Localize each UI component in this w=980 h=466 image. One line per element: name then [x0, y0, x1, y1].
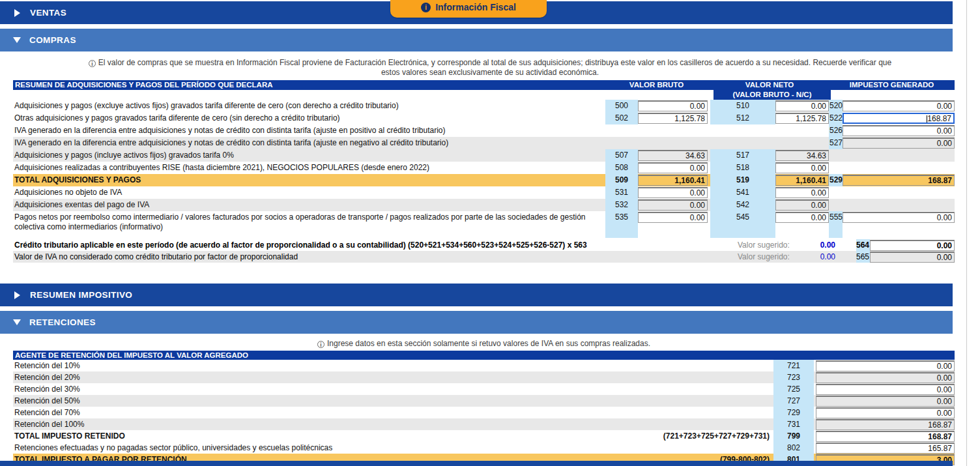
suggested-value-label: Valor sugerido:: [738, 251, 800, 263]
informacion-fiscal-button[interactable]: i Información Fiscal: [390, 0, 547, 18]
iva-declaration-form: i Información Fiscal VENTAS COMPRAS iEl …: [0, 0, 980, 466]
value-input-510[interactable]: 0.00: [775, 100, 829, 111]
value-input-512[interactable]: 1,125.78: [775, 113, 829, 124]
row-desc: TOTAL ADQUISICIONES Y PAGOS: [13, 174, 605, 186]
code-cell-727: 727: [773, 395, 814, 407]
section-header-retenciones[interactable]: RETENCIONES: [0, 311, 953, 334]
value-input-721[interactable]: 0.00: [816, 360, 955, 371]
value-cell: [843, 199, 955, 211]
value-cell: [775, 124, 829, 137]
value-input-545[interactable]: 0.00: [775, 212, 829, 223]
retenciones-table-title: AGENTE DE RETENCIÓN DEL IMPUESTO AL VALO…: [13, 351, 955, 360]
table-row: IVA generado en la diferencia entre adqu…: [13, 124, 955, 137]
value-input-508[interactable]: 0.00: [638, 162, 708, 173]
value-input-555[interactable]: 0.00: [843, 212, 955, 223]
code-cell-725: 725: [773, 383, 814, 395]
value-input-729[interactable]: 0.00: [816, 407, 955, 418]
col-header-impuesto-generado: IMPUESTO GENERADO: [829, 80, 955, 90]
informacion-fiscal-label: Información Fiscal: [435, 2, 516, 12]
value-input-727[interactable]: 0.00: [816, 396, 955, 407]
row-desc: Adquisiciones exentas del pago de IVA: [13, 199, 605, 211]
value-input-518[interactable]: 0.00: [775, 162, 829, 173]
code-cell-512: 512: [710, 112, 775, 124]
value-input-725[interactable]: 0.00: [816, 384, 955, 395]
table-row: Adquisiciones y pagos (excluye activos f…: [13, 100, 955, 112]
value-input-502[interactable]: 1,125.78: [638, 113, 708, 124]
code-cell-565: 565: [856, 251, 870, 263]
compras-table: RESUMEN DE ADQUISICIONES Y PAGOS DEL PER…: [13, 80, 955, 238]
section-header-resumen-impositivo[interactable]: RESUMEN IMPOSITIVO: [0, 284, 953, 306]
col-header-valor-bruto: VALOR BRUTO: [605, 80, 708, 90]
blank-cell: [605, 137, 638, 149]
table-row: Retención del 100%731168.87: [13, 418, 955, 430]
value-input-522[interactable]: 168.87: [843, 113, 955, 124]
value-input-520[interactable]: 0.00: [843, 100, 955, 111]
value-cell: 0.00: [775, 199, 829, 211]
row-desc: Retención del 20%: [14, 373, 80, 383]
value-cell: 168.87: [814, 430, 955, 442]
code-cell-520: 520: [829, 100, 843, 112]
value-input-517[interactable]: 34.63: [775, 150, 829, 161]
code-cell-522: 522: [829, 112, 843, 124]
next-section-bar[interactable]: [0, 461, 953, 466]
row-desc-wrap: Retención del 100%: [13, 418, 773, 430]
value-input-535[interactable]: 0.00: [638, 212, 708, 223]
value-input-541[interactable]: 0.00: [775, 187, 829, 198]
code-cell-542: 542: [710, 199, 775, 211]
value-cell: 0.00: [843, 100, 955, 112]
value-input-527[interactable]: 0.00: [843, 138, 955, 149]
blank-cell: [829, 162, 843, 174]
value-input-723[interactable]: 0.00: [816, 372, 955, 383]
code-cell-535: 535: [605, 211, 638, 233]
code-cell-729: 729: [773, 407, 814, 418]
value-input-526[interactable]: 0.00: [843, 125, 955, 136]
row-desc: Otras adquisiciones y pagos gravados tar…: [13, 112, 605, 124]
code-cell-526: 526: [829, 124, 843, 137]
value-cell: 0.00: [814, 383, 955, 395]
value-cell: 168.87: [814, 418, 955, 430]
row-desc: Adquisiciones realizadas a contribuyente…: [13, 162, 605, 174]
value-cell: 34.63: [638, 149, 708, 162]
value-input-799[interactable]: 168.87: [816, 431, 955, 442]
value-input-542[interactable]: 0.00: [775, 199, 829, 211]
row-desc-wrap: TOTAL IMPUESTO RETENIDO(721+723+725+727+…: [13, 430, 773, 442]
row-desc: IVA generado en la diferencia entre adqu…: [13, 137, 605, 149]
value-cell: 0.00: [638, 186, 708, 199]
value-input-731[interactable]: 168.87: [816, 419, 955, 430]
code-cell-509: 509: [605, 174, 638, 186]
section-header-compras[interactable]: COMPRAS: [0, 29, 953, 51]
retenciones-label: RETENCIONES: [29, 317, 96, 327]
code-cell-802: 802: [773, 442, 814, 454]
code-cell-518: 518: [710, 162, 775, 174]
value-cell: 0.00: [814, 407, 955, 418]
collapsed-arrow-icon: [14, 9, 20, 17]
row-desc-wrap: Retenciones efectuadas y no pagadas sect…: [13, 442, 773, 454]
code-cell-555: 555: [829, 211, 843, 233]
table-row: TOTAL ADQUISICIONES Y PAGOS5091,160.4151…: [13, 174, 955, 186]
value-input-500[interactable]: 0.00: [638, 100, 708, 111]
compras-label: COMPRAS: [29, 35, 76, 45]
value-input-565[interactable]: 0.00: [870, 252, 955, 263]
ventas-label: VENTAS: [30, 8, 66, 18]
value-input-531[interactable]: 0.00: [638, 187, 708, 198]
page-right-divider: [966, 0, 967, 466]
value-input-564[interactable]: 0.00: [870, 240, 955, 251]
value-input-509[interactable]: 1,160.41: [638, 175, 708, 186]
row-desc: Adquisiciones y pagos (incluye activos f…: [13, 149, 605, 162]
code-cell-799: 799: [773, 430, 814, 442]
value-cell: 1,125.78: [775, 112, 829, 124]
value-cell: 0.00: [775, 100, 829, 112]
value-input-507[interactable]: 34.63: [638, 150, 708, 161]
code-cell-723: 723: [773, 371, 814, 383]
value-input-529[interactable]: 168.87: [843, 175, 955, 186]
code-cell-529: 529: [829, 174, 843, 186]
value-input-802[interactable]: 165.87: [816, 443, 955, 454]
row-desc: Retención del 100%: [14, 420, 84, 430]
col-header-valor-neto: VALOR NETO: [710, 80, 829, 90]
gap-cell: [835, 251, 856, 263]
info-circle-icon: i: [89, 60, 96, 67]
compras-table-title: RESUMEN DE ADQUISICIONES Y PAGOS DEL PER…: [15, 80, 273, 90]
code-cell-731: 731: [773, 418, 814, 430]
value-input-519[interactable]: 1,160.41: [775, 175, 829, 186]
value-input-532[interactable]: 0.00: [638, 199, 708, 211]
